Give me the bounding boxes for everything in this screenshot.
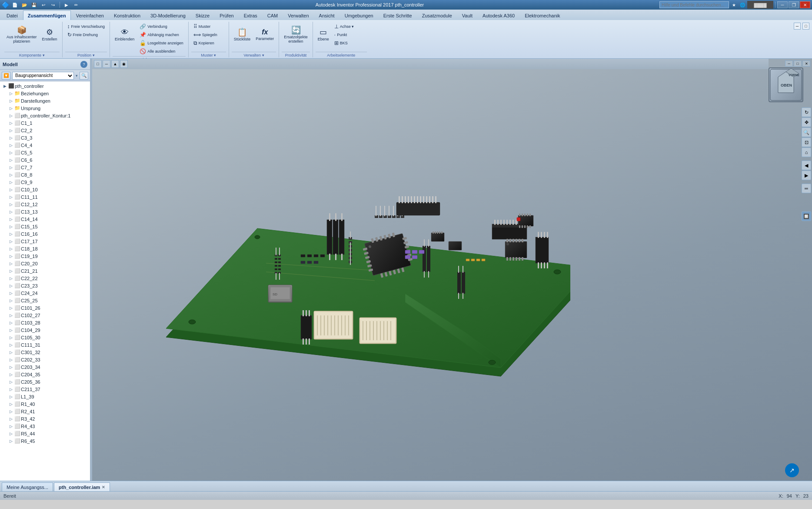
tree-item-c24_24[interactable]: ▷⬜C24_24 [0, 289, 90, 297]
tree-item-c205_36[interactable]: ▷⬜C205_36 [0, 378, 90, 385]
tree-item-c10_10[interactable]: ▷⬜C10_10 [0, 186, 90, 193]
qat-undo[interactable]: ↩ [40, 1, 47, 9]
tree-expand-c105_30[interactable]: ▷ [8, 335, 14, 341]
losgeloeste-btn[interactable]: 🔓 Losgelöste anzeigen [137, 39, 186, 47]
tree-item-c21_21[interactable]: ▷⬜C21_21 [0, 267, 90, 275]
tree-expand-c6_6[interactable]: ▷ [8, 157, 14, 163]
tab-pruefen[interactable]: Prüfen [215, 10, 238, 20]
tree-item-c17_17[interactable]: ▷⬜C17_17 [0, 238, 90, 245]
tree-expand-c22_22[interactable]: ▷ [8, 275, 14, 281]
tab-vereinfachen[interactable]: Vereinfachen [71, 10, 109, 20]
einblenden-btn[interactable]: 👁 Einblenden [113, 23, 136, 47]
tree-item-kontur[interactable]: ▷ ⬜ pth_controller_Kontur:1 [0, 112, 90, 119]
tree-expand-c111_31[interactable]: ▷ [8, 342, 14, 348]
help-btn[interactable]: ★ [730, 1, 738, 9]
tree-item-c12_12[interactable]: ▷⬜C12_12 [0, 201, 90, 208]
tree-expand-c1_1[interactable]: ▷ [8, 120, 14, 126]
freie-verschiebung-btn[interactable]: ↕ Freie Verschiebung [65, 23, 107, 30]
qat-sketch[interactable]: ✏ [72, 1, 80, 9]
tree-expand-c102_27[interactable]: ▷ [8, 312, 14, 318]
tree-expand-c8_8[interactable]: ▷ [8, 172, 14, 178]
vp-ctrl-btn1[interactable]: □ [94, 60, 102, 68]
vp-zoom-btn[interactable]: 🔍 [802, 127, 811, 137]
tree-item-c103_28[interactable]: ▷⬜C103_28 [0, 319, 90, 326]
ersatzobjekte-btn[interactable]: 🔄 Ersatzobjekteerstellen [282, 23, 310, 47]
tree-expand-c23_23[interactable]: ▷ [8, 283, 14, 289]
tab-a360[interactable]: Autodesk A360 [478, 10, 519, 20]
vp-prev-btn[interactable]: ◀ [802, 161, 811, 170]
tree-item-r1_40[interactable]: ▷⬜R1_40 [0, 400, 90, 408]
cube-face[interactable]: OBEN VORNE [769, 67, 803, 102]
model-tree[interactable]: ▶ ⬛ pth_controller ▷ 📁 Beziehungen ▷ 📁 D… [0, 81, 90, 481]
tree-item-pth-controller[interactable]: ▶ ⬛ pth_controller [0, 82, 90, 90]
tree-item-c11_11[interactable]: ▷⬜C11_11 [0, 193, 90, 201]
punkt-btn[interactable]: · Punkt [332, 31, 367, 39]
qat-save[interactable]: 💾 [30, 1, 38, 9]
tree-item-c19_19[interactable]: ▷⬜C19_19 [0, 252, 90, 260]
tree-expand-c14_14[interactable]: ▷ [8, 216, 14, 222]
tree-expand-c10_10[interactable]: ▷ [8, 187, 14, 193]
help-search[interactable] [659, 1, 729, 8]
vp-slice-btn[interactable]: ═ [802, 184, 811, 193]
tree-item-c4_4[interactable]: ▷⬜C4_4 [0, 141, 90, 149]
tree-expand-c205_36[interactable]: ▷ [8, 379, 14, 385]
tree-item-r6_45[interactable]: ▷⬜R6_45 [0, 437, 90, 445]
tree-expand-c18_18[interactable]: ▷ [8, 246, 14, 252]
vp-fit-btn[interactable]: ⊡ [802, 137, 811, 147]
tree-item-c1_1[interactable]: ▷⬜C1_1 [0, 119, 90, 127]
tree-expand-c5_5[interactable]: ▷ [8, 150, 14, 156]
tree-item-c105_30[interactable]: ▷⬜C105_30 [0, 334, 90, 341]
aus-inhaltscenter-btn[interactable]: 📦 Aus Inhaltscenterplatzieren [4, 23, 39, 47]
kopieren-btn[interactable]: ⧉ Kopieren [191, 39, 226, 47]
alle-ausblenden-btn[interactable]: 🚫 Alle ausblenden [137, 47, 186, 55]
tree-expand-c11_11[interactable]: ▷ [8, 194, 14, 200]
freie-drehung-btn[interactable]: ↻ Freie Drehung [65, 31, 107, 39]
vp-orbit-btn[interactable]: ↻ [802, 107, 811, 117]
share-btn[interactable]: ↗ [785, 463, 799, 477]
tree-item-c20_20[interactable]: ▷⬜C20_20 [0, 260, 90, 267]
tree-item-r2_41[interactable]: ▷⬜R2_41 [0, 408, 90, 415]
model-help-btn[interactable]: ? [80, 61, 87, 68]
tree-expand-c4_4[interactable]: ▷ [8, 142, 14, 148]
user-btn[interactable]: ▓▓▓▓ [747, 1, 773, 9]
tree-expand-c20_20[interactable]: ▷ [8, 261, 14, 267]
tree-item-r5_44[interactable]: ▷⬜R5_44 [0, 430, 90, 437]
tree-item-c3_3[interactable]: ▷⬜C3_3 [0, 134, 90, 141]
tree-expand-c103_28[interactable]: ▷ [8, 320, 14, 326]
tree-view-dropdown[interactable]: Baugruppenansicht [12, 72, 74, 80]
tree-expand-c15_15[interactable]: ▷ [8, 224, 14, 230]
vp-win-close[interactable]: ✕ [802, 60, 810, 67]
tree-expand-r6_45[interactable]: ▷ [8, 438, 14, 444]
qat-new[interactable]: 📄 [11, 1, 19, 9]
tree-item-c8_8[interactable]: ▷⬜C8_8 [0, 171, 90, 178]
tree-expand-urs[interactable]: ▷ [8, 105, 14, 111]
tab-skizze[interactable]: Skizze [191, 10, 214, 20]
tree-expand-c101_26[interactable]: ▷ [8, 305, 14, 311]
tree-item-c18_18[interactable]: ▷⬜C18_18 [0, 245, 90, 252]
tree-expand-c104_29[interactable]: ▷ [8, 327, 14, 333]
tree-expand-c204_35[interactable]: ▷ [8, 372, 14, 378]
tab-datei[interactable]: Datei [2, 10, 23, 20]
tree-expand-c2_2[interactable]: ▷ [8, 127, 14, 134]
nav-cube[interactable]: OBEN VORNE [769, 67, 803, 102]
tab-elektromechanik[interactable]: Elektromechanik [520, 10, 565, 20]
vp-home-btn[interactable]: ⌂ [802, 147, 811, 157]
tab-umgebungen[interactable]: Umgebungen [340, 10, 378, 20]
tree-item-c7_7[interactable]: ▷⬜C7_7 [0, 164, 90, 171]
tree-item-c5_5[interactable]: ▷⬜C5_5 [0, 149, 90, 156]
tree-expand-c301_32[interactable]: ▷ [8, 349, 14, 355]
tree-expand-c202_33[interactable]: ▷ [8, 357, 14, 363]
tree-item-c25_25[interactable]: ▷⬜C25_25 [0, 297, 90, 304]
tab-pth-close[interactable]: ✕ [102, 485, 105, 489]
ribbon-expand-btn[interactable]: □ [802, 23, 809, 30]
qat-open[interactable]: 📂 [20, 1, 28, 9]
erstellen-btn[interactable]: ⚙ Erstellen [40, 23, 60, 47]
tree-expand-kon[interactable]: ▷ [8, 113, 14, 119]
tree-filter-btn[interactable]: 🔽 [2, 72, 10, 80]
ebene-btn[interactable]: ▭ Ebene [316, 23, 331, 47]
tree-item-c211_37[interactable]: ▷⬜C211_37 [0, 385, 90, 393]
tree-expand-c9_9[interactable]: ▷ [8, 179, 14, 185]
stueckliste-btn[interactable]: 📋 Stückliste [232, 23, 253, 47]
viewport-3d[interactable]: □ ─ ▲ ◉ OBEN VORNE ↻ ✥ 🔍 [92, 59, 812, 481]
achse-btn[interactable]: ⊥ Achse ▾ [332, 23, 367, 30]
